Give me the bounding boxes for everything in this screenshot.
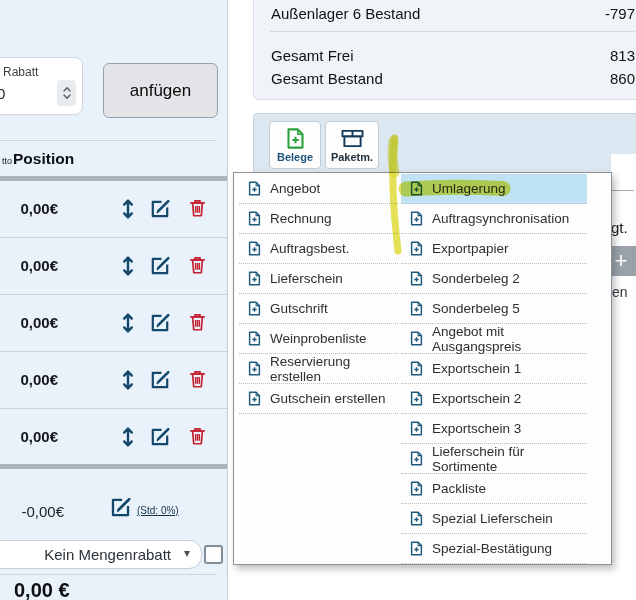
doc-plus-icon [286,128,305,149]
edit-row-icon[interactable] [148,198,172,220]
doc-plus-icon [248,331,261,346]
divider [0,140,217,141]
menu-item-label: Exportschein 3 [432,421,521,436]
row-price: 0,00€ [0,314,58,331]
row-price: 0,00€ [0,257,58,274]
doc-plus-icon [410,541,423,556]
menu-item-lieferschein[interactable]: Lieferschein [239,264,398,294]
background-patch [611,154,636,174]
menu-column-left: Angebot Rechnung Auftragsbest. Liefersch… [239,174,398,414]
doc-plus-icon [248,181,261,196]
quantity-discount-value: Kein Mengenrabatt [44,546,171,563]
doc-plus-icon [410,421,423,436]
section-prefix: tto [2,156,12,166]
menu-item-label: Gutschein erstellen [270,391,386,406]
menu-item-rechnung[interactable]: Rechnung [239,204,398,234]
menu-item-umlagerung[interactable]: Umlagerung [401,174,587,204]
menu-item-label: Spezial Lieferschein [432,511,553,526]
menu-item-auftragsynchronisation[interactable]: Auftragsynchronisation [401,204,587,234]
row-price: 0,00€ [0,200,58,217]
menu-item-exportpapier[interactable]: Exportpapier [401,234,587,264]
doc-plus-icon [248,391,261,406]
delete-row-icon[interactable] [189,369,206,389]
doc-plus-icon [410,331,423,346]
doc-plus-icon [410,391,423,406]
move-row-icon[interactable] [121,312,135,334]
edit-row-icon[interactable] [148,255,172,277]
stock-row-value: -797 [565,5,635,22]
menu-item-angebot[interactable]: Angebot [239,174,398,204]
move-row-icon[interactable] [121,198,135,220]
menu-item-label: Sonderbeleg 2 [432,271,520,286]
doc-plus-icon [248,211,261,226]
menu-item-lieferschein-fuer-sortimente[interactable]: Lieferschein für Sortimente [401,444,587,474]
menu-item-label: Umlagerung [432,181,506,196]
delete-row-icon[interactable] [189,312,206,332]
standard-discount-link[interactable]: (Std: 0%) [137,505,179,516]
menu-item-label: Gutschrift [270,301,328,316]
edit-row-icon[interactable] [148,369,172,391]
append-button[interactable]: anfügen [103,63,218,118]
menu-item-exportschein-2[interactable]: Exportschein 2 [401,384,587,414]
row-price: 0,00€ [0,371,58,388]
move-row-icon[interactable] [121,426,135,448]
menu-item-label: Angebot mit Ausgangspreis [432,324,587,354]
menu-item-reservierung-erstellen[interactable]: Reservierung erstellen [239,354,398,384]
doc-plus-icon [248,271,261,286]
document-toolbar: Belege Paketm. [253,113,636,174]
quantity-discount-checkbox[interactable] [204,545,223,564]
edit-row-icon[interactable] [148,426,172,448]
doc-plus-icon [410,211,423,226]
menu-item-exportschein-1[interactable]: Exportschein 1 [401,354,587,384]
delete-row-icon[interactable] [189,255,206,275]
menu-item-auftragsbest[interactable]: Auftragsbest. [239,234,398,264]
divider [612,190,634,191]
doc-plus-icon [248,241,261,256]
caret-down-icon: ▾ [184,546,190,560]
stock-row-label: Gesamt Frei [271,47,354,64]
stock-row-value: 813 [565,47,635,64]
move-row-icon[interactable] [121,369,135,391]
discount-field-group: Rabatt [0,57,83,115]
menu-item-spezial-lieferschein[interactable]: Spezial Lieferschein [401,504,587,534]
menu-item-gutschein-erstellen[interactable]: Gutschein erstellen [239,384,398,414]
discount-stepper[interactable] [57,80,76,106]
edit-row-icon[interactable] [148,312,172,334]
divider-thick [0,464,227,469]
menu-item-angebot-mit-ausgangspreis[interactable]: Angebot mit Ausgangspreis [401,324,587,354]
menu-item-sonderbeleg-5[interactable]: Sonderbeleg 5 [401,294,587,324]
edit-discount-icon[interactable] [108,496,133,519]
menu-item-label: Spezial-Bestätigung [432,541,552,556]
menu-item-label: Angebot [270,181,320,196]
paketm-button[interactable]: Paketm. [325,121,379,169]
position-row: 0,00€ [0,181,227,238]
position-row: 0,00€ [0,238,227,295]
menu-item-exportschein-3[interactable]: Exportschein 3 [401,414,587,444]
belege-button[interactable]: Belege [269,121,321,169]
doc-plus-icon [410,271,423,286]
menu-item-spezial-bestaetigung[interactable]: Spezial-Bestätigung [401,534,587,564]
delete-row-icon[interactable] [189,426,206,446]
position-row: 0,00€ [0,409,227,465]
discount-input[interactable] [0,84,33,103]
section-heading: tto Position [2,150,74,168]
occluded-text-fragment: gt. [611,219,628,236]
menu-item-label: Weinprobenliste [270,331,367,346]
quantity-discount-select[interactable]: Kein Mengenrabatt ▾ [0,540,202,569]
menu-item-packliste[interactable]: Packliste [401,474,587,504]
move-row-icon[interactable] [121,255,135,277]
menu-item-gutschrift[interactable]: Gutschrift [239,294,398,324]
menu-item-label: Lieferschein für Sortimente [432,444,587,474]
occluded-text-fragment: en [612,284,628,300]
menu-item-label: Packliste [432,481,486,496]
stock-summary-panel: Außenlager 6 Bestand -797 Gesamt Frei 81… [253,0,636,100]
divider [270,31,635,32]
menu-item-sonderbeleg-2[interactable]: Sonderbeleg 2 [401,264,587,294]
doc-plus-icon [248,361,261,376]
menu-item-label: Sonderbeleg 5 [432,301,520,316]
menu-item-weinprobenliste[interactable]: Weinprobenliste [239,324,398,354]
doc-plus-icon [410,451,423,466]
menu-item-label: Exportschein 2 [432,391,521,406]
delete-row-icon[interactable] [189,198,206,218]
stock-row-label: Außenlager 6 Bestand [271,5,420,22]
